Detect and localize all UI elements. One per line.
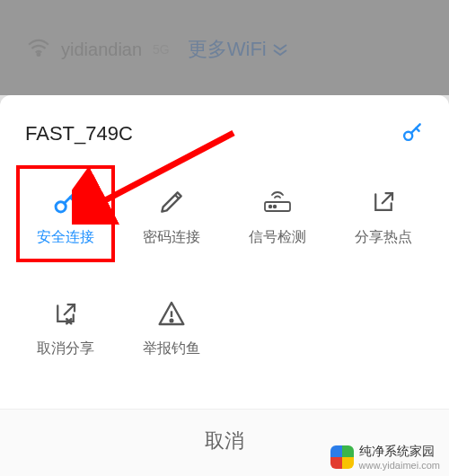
share-cancel-icon [52,296,79,331]
network-name: FAST_749C [25,122,133,145]
sheet-header: FAST_749C [0,95,449,163]
watermark-url: www.yidaimei.com [359,460,440,471]
share-icon [370,185,397,219]
grid-item-signal-check[interactable]: 信号检测 [224,171,330,260]
cancel-label: 取消 [205,429,244,452]
grid-label: 取消分享 [37,339,94,358]
grid-label: 分享热点 [355,228,412,247]
pencil-icon [157,185,186,219]
router-icon [261,185,294,219]
watermark-logo-icon [330,445,354,469]
action-sheet: FAST_749C 安全连接 密码连接 [0,95,449,476]
grid-label: 安全连接 [37,228,94,247]
watermark: 纯净系统家园 www.yidaimei.com [330,444,440,471]
grid-item-share-hotspot[interactable]: 分享热点 [330,171,436,260]
grid-item-password-connect[interactable]: 密码连接 [119,171,224,260]
svg-point-6 [171,319,173,322]
svg-point-5 [274,205,277,207]
modal-dim-overlay[interactable] [0,0,449,95]
grid-item-cancel-share[interactable]: 取消分享 [13,282,119,372]
grid-item-report-phishing[interactable]: 举报钓鱼 [119,282,224,372]
grid-label: 举报钓鱼 [143,339,200,358]
watermark-brand: 纯净系统家园 [359,444,440,460]
grid-label: 密码连接 [143,228,200,247]
action-grid: 安全连接 密码连接 信号检测 [0,163,449,379]
key-icon [51,185,80,219]
key-icon [401,120,424,147]
svg-point-4 [269,205,272,207]
grid-label: 信号检测 [249,228,306,247]
grid-item-secure-connect[interactable]: 安全连接 [13,171,119,260]
warning-icon [157,296,186,331]
